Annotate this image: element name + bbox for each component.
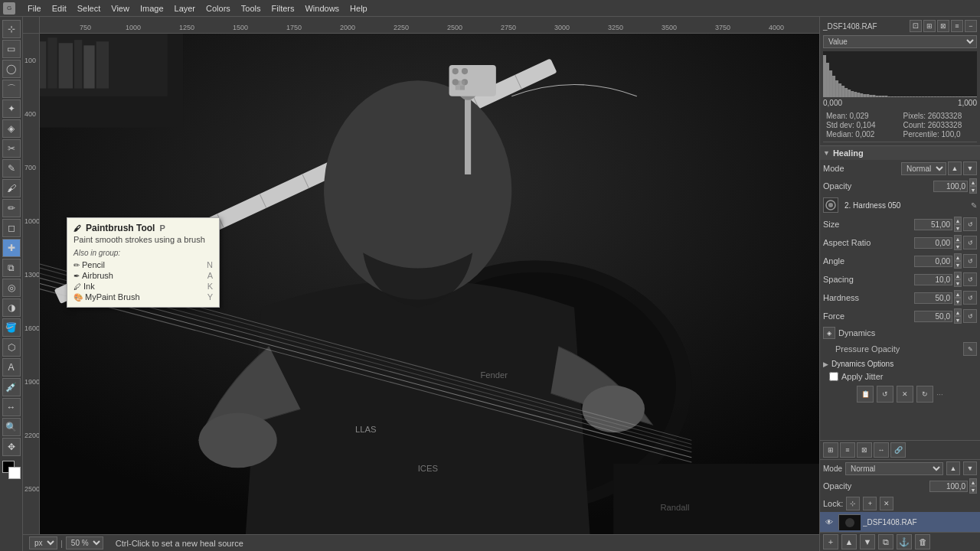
tool-select-rect[interactable]: ▭ [2,40,21,58]
tool-clone[interactable]: ⧉ [2,259,21,277]
tool-select-by-color[interactable]: ◈ [2,119,21,138]
tool-blend[interactable]: ⬡ [2,338,21,357]
foreground-background-colors[interactable] [2,461,21,479]
layer-mode-down[interactable]: ▼ [963,461,977,475]
menu-view[interactable]: View [106,2,134,15]
tool-scissors[interactable]: ✂ [2,139,21,158]
tool-move[interactable]: ✥ [2,438,21,456]
delete-btn[interactable]: ✕ [897,386,913,403]
anchor-layer-btn[interactable]: ⚓ [897,534,912,549]
duplicate-layer-btn[interactable]: ⧉ [878,534,893,549]
menu-edit[interactable]: Edit [47,2,71,15]
tool-measure[interactable]: ↔ [2,398,21,416]
delete-layer-btn[interactable]: 🗑 [915,534,930,549]
new-layer-btn[interactable]: + [823,534,838,549]
menu-layer[interactable]: Layer [170,2,201,15]
menu-tools[interactable]: Tools [237,2,266,15]
dynamics-options-header[interactable]: ▶ Dynamics Options [820,357,980,370]
tool-paint[interactable]: 🖌 [2,179,21,197]
menu-windows[interactable]: Windows [300,2,344,15]
menu-colors[interactable]: Colors [201,2,235,15]
mode-select[interactable]: Normal [901,162,946,175]
tool-eraser[interactable]: ◻ [2,219,21,237]
menu-help[interactable]: Help [345,2,372,15]
histogram-channel-select[interactable]: Value [823,35,977,48]
layer-tool-2[interactable]: ≡ [840,442,855,458]
apply-jitter-checkbox[interactable] [829,372,838,381]
tool-free-select[interactable]: ⌒ [2,80,21,98]
layer-opacity-input[interactable] [929,481,968,492]
lock-all[interactable]: ✕ [880,497,893,510]
tool-dodge[interactable]: ◑ [2,298,21,317]
aspect-down[interactable]: ▼ [954,243,962,250]
hist-icon-1[interactable]: ⚀ [910,20,922,32]
canvas[interactable]: LLAS ICES [40,34,819,534]
lock-position[interactable]: + [863,497,877,510]
tool-pencil[interactable]: ✏ [2,199,21,217]
hist-icon-3[interactable]: ⊠ [937,20,949,32]
hist-icon-4[interactable]: ≡ [951,20,963,32]
lower-layer-btn[interactable]: ▼ [860,534,875,549]
tool-zoom[interactable]: 🔍 [2,418,21,436]
force-down[interactable]: ▼ [954,316,962,324]
unit-select[interactable]: px [29,536,57,549]
size-reset[interactable]: ↺ [963,217,977,231]
menu-file[interactable]: File [23,2,46,15]
angle-reset[interactable]: ↺ [963,254,977,268]
brush-section-header[interactable]: 2. Hardness 050 ✎ [820,195,980,215]
layer-item[interactable]: 👁 _DSF1408.RAF [820,512,980,532]
opacity-input[interactable] [933,181,968,192]
spacing-down[interactable]: ▼ [954,279,962,287]
restore-btn[interactable]: ↺ [877,386,893,403]
force-up[interactable]: ▲ [954,308,962,316]
aspect-ratio-input[interactable] [914,237,952,249]
tool-select-ellipse[interactable]: ◯ [2,60,21,78]
hist-icon-2[interactable]: ⊞ [923,20,936,32]
layer-opacity-up[interactable]: ▲ [969,478,977,486]
tool-fuzzy-select[interactable]: ✦ [2,99,21,118]
angle-input[interactable] [914,256,952,267]
size-up[interactable]: ▲ [954,217,962,224]
menu-filters[interactable]: Filters [267,2,299,15]
tool-heal[interactable]: ✚ [2,239,21,257]
layer-mode-up[interactable]: ▲ [946,461,960,475]
tool-eyedrop[interactable]: 💉 [2,378,21,396]
dynamics-edit[interactable]: ✎ [963,342,977,356]
hardness-input[interactable] [914,292,952,304]
lock-pixels[interactable]: ⊹ [846,497,860,510]
tool-blur[interactable]: ◎ [2,279,21,297]
layer-tool-1[interactable]: ⊞ [823,442,838,458]
layer-tool-5[interactable]: 🔗 [890,442,906,458]
tool-transform[interactable]: ⊹ [2,20,21,38]
brush-edit-icon[interactable]: ✎ [971,201,977,210]
apply-jitter-label[interactable]: Apply Jitter [841,372,883,381]
healing-section-header[interactable]: ▼ Healing [820,146,980,160]
angle-down[interactable]: ▼ [954,261,962,269]
layer-mode-select[interactable]: Normal [845,462,943,475]
new-preset-btn[interactable]: 📋 [857,386,874,403]
size-input[interactable] [914,219,952,230]
zoom-select[interactable]: 50 % [66,536,103,549]
angle-up[interactable]: ▲ [954,253,962,261]
menu-image[interactable]: Image [136,2,168,15]
opacity-down[interactable]: ▼ [969,186,977,194]
layer-tool-3[interactable]: ⊠ [857,442,872,458]
aspect-up[interactable]: ▲ [954,235,962,243]
layer-tool-4[interactable]: ↔ [874,442,889,458]
layer-visibility-eye[interactable]: 👁 [823,516,835,528]
hardness-up[interactable]: ▲ [954,290,962,298]
hardness-down[interactable]: ▼ [954,298,962,305]
mode-up[interactable]: ▲ [948,161,962,175]
opacity-up[interactable]: ▲ [969,178,977,186]
force-reset[interactable]: ↺ [963,309,977,323]
refresh-btn[interactable]: ↻ [916,386,933,403]
tool-text[interactable]: A [2,358,21,377]
raise-layer-btn[interactable]: ▲ [841,534,857,549]
tool-bucket[interactable]: 🪣 [2,318,21,337]
spacing-input[interactable] [914,274,952,285]
aspect-reset[interactable]: ↺ [963,236,977,249]
spacing-reset[interactable]: ↺ [963,272,977,286]
size-down[interactable]: ▼ [954,224,962,232]
hist-icon-5[interactable]: − [965,20,977,32]
force-input[interactable] [914,311,952,322]
